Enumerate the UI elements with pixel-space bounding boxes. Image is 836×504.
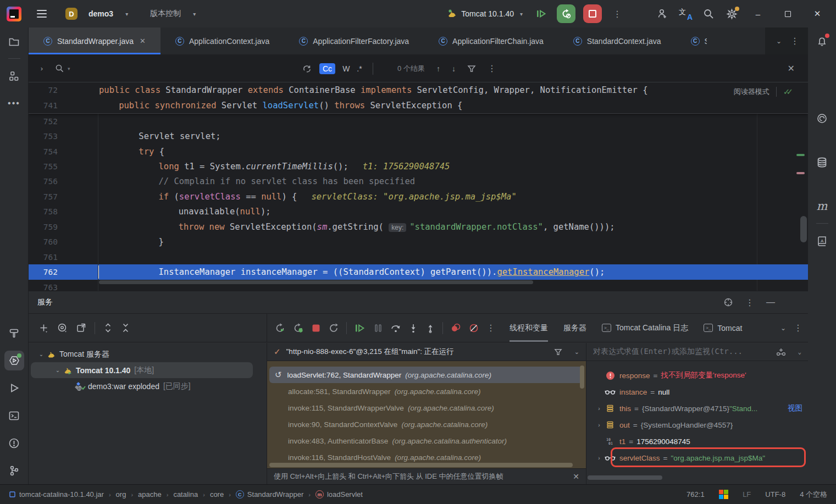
tabs-more-icon[interactable]: ⋮ — [790, 36, 799, 46]
rerun-debug-icon[interactable] — [293, 323, 304, 334]
service-tree-row[interactable]: ⌄Tomcat 10.1.40[本地] — [31, 362, 253, 378]
debug-tab[interactable]: 服务器 — [563, 314, 586, 342]
variable-row[interactable]: response=找不到局部变量'response' — [586, 367, 808, 384]
open-in-new-tab-icon[interactable] — [76, 323, 86, 333]
stop-button[interactable] — [583, 4, 602, 23]
expand-icon[interactable]: › — [594, 422, 604, 428]
variable-row[interactable]: 1001t1=1756290048745 — [586, 433, 808, 450]
debug-tab[interactable]: >_Tomcat — [704, 314, 742, 342]
pause-icon[interactable] — [373, 323, 383, 333]
breadcrumb-item[interactable]: core — [210, 490, 224, 499]
step-into-icon[interactable] — [408, 323, 418, 333]
run-tool-icon[interactable] — [4, 378, 24, 398]
expand-icon[interactable]: › — [29, 64, 55, 73]
breadcrumb-item[interactable]: catalina — [173, 490, 198, 499]
more-tools-icon[interactable]: ••• — [4, 93, 24, 113]
code-line[interactable]: 755long t1 = System.currentTimeMillis();… — [29, 159, 808, 174]
notifications-bell-icon[interactable] — [812, 31, 832, 51]
line-ending-indicator[interactable]: LF — [743, 490, 751, 499]
hint-close-icon[interactable]: ✕ — [573, 472, 579, 481]
ai-assistant-icon[interactable] — [812, 108, 832, 128]
problems-tool-icon[interactable] — [4, 433, 24, 453]
project-name[interactable]: demo3 — [88, 9, 113, 18]
git-tool-icon[interactable] — [4, 461, 24, 480]
code-line[interactable]: 741public synchronized Servlet loadServl… — [29, 98, 808, 113]
database-tool-icon[interactable] — [812, 152, 832, 172]
frames-vertical-scrollbar[interactable] — [580, 365, 584, 389]
reader-mode-hint[interactable]: 阅读器模式 ✓✓ — [734, 87, 794, 97]
code-line[interactable]: 756// Complain if no servlet class has b… — [29, 174, 808, 189]
rerun-debug-button[interactable] — [557, 4, 575, 23]
services-tool-icon[interactable] — [4, 351, 24, 370]
thread-dropdown-icon[interactable]: ⌄ — [574, 348, 579, 356]
code-line[interactable]: 757if (servletClass == null) {servletCla… — [29, 189, 808, 204]
filter-icon[interactable] — [467, 64, 476, 73]
code-line[interactable]: 761 — [29, 250, 808, 264]
variable-row[interactable]: instance=null — [586, 384, 808, 400]
panel-options-icon[interactable] — [723, 297, 733, 307]
add-watch-icon[interactable] — [776, 347, 787, 356]
variables-horizontal-scrollbar[interactable] — [588, 475, 662, 480]
match-case-toggle[interactable]: Cc — [319, 63, 335, 74]
search-everywhere-icon[interactable] — [701, 6, 716, 21]
panel-more-icon[interactable]: ⋮ — [745, 297, 754, 308]
view-breakpoints-icon[interactable] — [450, 323, 461, 334]
search-more-icon[interactable]: ⋮ — [488, 63, 496, 74]
refresh-icon[interactable] — [328, 323, 339, 334]
settings-gear-icon[interactable] — [724, 6, 739, 21]
editor-tab[interactable]: CS — [676, 27, 707, 54]
expand-icon[interactable]: › — [594, 406, 604, 412]
code-line[interactable]: 72public class StandardWrapper extends C… — [29, 82, 808, 98]
encoding-indicator[interactable]: UTF-8 — [765, 490, 785, 499]
close-search-icon[interactable]: ✕ — [788, 63, 795, 74]
watch-dropdown-icon[interactable]: ⌄ — [798, 348, 801, 356]
editor-horizontal-scrollbar[interactable] — [99, 280, 533, 284]
close-tab-icon[interactable]: ✕ — [140, 37, 146, 45]
view-link[interactable]: 视图 — [788, 403, 802, 413]
step-out-icon[interactable] — [425, 323, 435, 333]
view-options-icon[interactable] — [57, 323, 68, 333]
code-line[interactable]: 759throw new ServletException(sm.getStri… — [29, 219, 808, 234]
vcs-menu[interactable]: 版本控制 — [150, 9, 181, 19]
code-line[interactable]: 752 — [29, 114, 808, 129]
editor-tab[interactable]: CApplicationContext.java — [160, 27, 284, 54]
project-tool-icon[interactable] — [4, 31, 24, 51]
service-tree-row[interactable]: demo3:war exploded[已同步] — [29, 378, 267, 394]
indent-indicator[interactable]: 4 个空格 — [800, 490, 827, 500]
dictionary-tool-icon[interactable]: A — [812, 231, 832, 251]
stack-frame-row[interactable]: invoke:483, AuthenticatorBase(org.apache… — [267, 433, 586, 449]
breadcrumb-item[interactable]: CStandardWrapper — [236, 490, 303, 499]
translate-icon[interactable]: 文 A — [678, 6, 693, 21]
caret-position[interactable]: 762:1 — [686, 490, 705, 499]
variable-row[interactable]: ›out={SystemLogHandler@4557} — [586, 417, 808, 433]
prev-occurrence-icon[interactable]: ↑ — [436, 64, 440, 73]
next-occurrence-icon[interactable]: ↓ — [452, 64, 456, 73]
editor-tab[interactable]: CApplicationFilterFactory.java — [284, 27, 424, 54]
tabs-dropdown-icon[interactable]: ⌄ — [776, 37, 782, 45]
stack-frame-row[interactable]: invoke:115, StandardWrapperValve(org.apa… — [267, 400, 586, 416]
breadcrumb-item[interactable]: tomcat-catalina-10.1.40.jar — [9, 490, 104, 499]
service-tree-row[interactable]: ⌄Tomcat 服务器 — [29, 346, 267, 362]
editor-vertical-scrollbar[interactable] — [800, 216, 807, 242]
editor-tab[interactable]: CApplicationFilterChain.java — [424, 27, 558, 54]
search-input[interactable]: ▾ — [55, 64, 70, 73]
variable-row[interactable]: ›this={StandardWrapper@4715} "Stand...视图 — [586, 400, 808, 417]
search-history-icon[interactable] — [302, 64, 312, 73]
code-line[interactable]: 758unavailable(null); — [29, 204, 808, 219]
breadcrumb-item[interactable]: org — [116, 490, 126, 499]
windows-defender-icon[interactable] — [719, 490, 729, 500]
debug-tabs-dropdown-icon[interactable]: ⌄ — [780, 324, 786, 332]
code-line[interactable]: 753Servlet servlet; — [29, 129, 808, 143]
code-editor[interactable]: 72public class StandardWrapper extends C… — [29, 82, 808, 291]
breadcrumb-item[interactable]: mloadServlet — [315, 490, 363, 499]
debug-more-icon[interactable]: ⋮ — [486, 323, 495, 333]
terminal-tool-icon[interactable] — [4, 406, 24, 425]
debug-tab[interactable]: 线程和变量 — [510, 314, 548, 342]
regex-toggle[interactable]: .* — [357, 64, 362, 73]
stack-frame-row[interactable]: allocate:581, StandardWrapper(org.apache… — [267, 383, 586, 400]
main-menu-icon[interactable] — [37, 10, 47, 18]
stack-frame-row[interactable]: invoke:90, StandardContextValve(org.apac… — [267, 416, 586, 433]
variable-row[interactable]: ›servletClass="org.apache.jsp.ma_jsp$Ma" — [586, 450, 808, 466]
stack-frame-row[interactable]: ↺loadServlet:762, StandardWrapper(org.ap… — [269, 367, 583, 383]
panel-minimize-icon[interactable]: — — [766, 297, 775, 307]
